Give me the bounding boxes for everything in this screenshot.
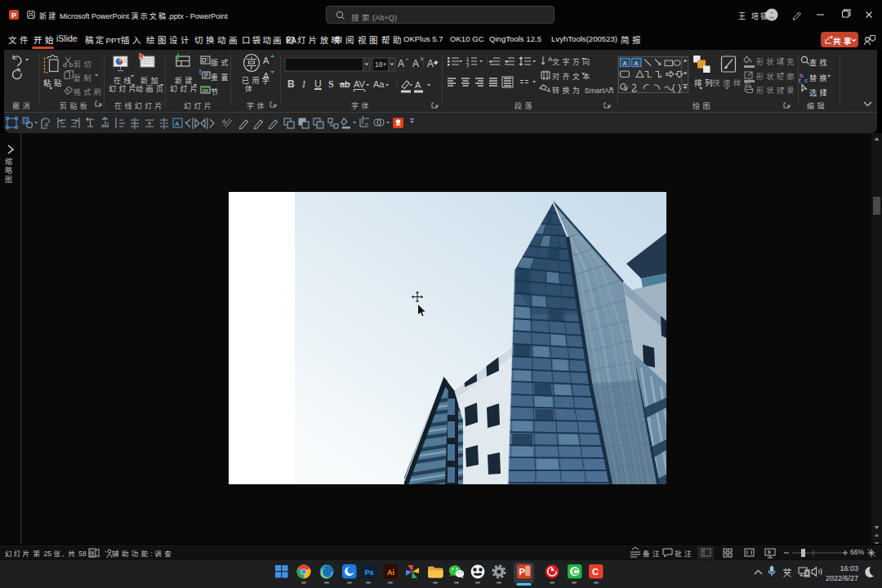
svg-text:P: P [11,11,16,20]
svg-text:S: S [328,78,334,90]
svg-text:Ps: Ps [365,568,374,577]
svg-text:18+: 18+ [375,60,386,69]
svg-text:C: C [592,567,599,577]
svg-text:Aa: Aa [373,79,385,89]
svg-text:A: A [412,58,419,69]
svg-text:I: I [301,78,306,90]
svg-text:C: C [572,568,578,577]
svg-text:A: A [175,120,180,127]
svg-text:3: 3 [466,63,469,68]
svg-text:Ai: Ai [387,568,394,577]
svg-text:A: A [415,80,421,90]
svg-text:A: A [623,60,627,67]
svg-text:^: ^ [406,57,409,63]
svg-text:B: B [287,78,295,90]
svg-text:P: P [519,567,525,577]
svg-text:A: A [222,118,226,124]
svg-text:A: A [427,58,434,69]
svg-text:c: c [804,77,808,84]
svg-text:U: U [314,78,322,90]
svg-text:A: A [263,56,270,65]
svg-text:A: A [635,60,639,67]
svg-text:b: b [800,72,804,79]
svg-text:A: A [398,58,404,69]
svg-text:AV: AV [354,79,366,89]
svg-text:A: A [45,122,49,127]
